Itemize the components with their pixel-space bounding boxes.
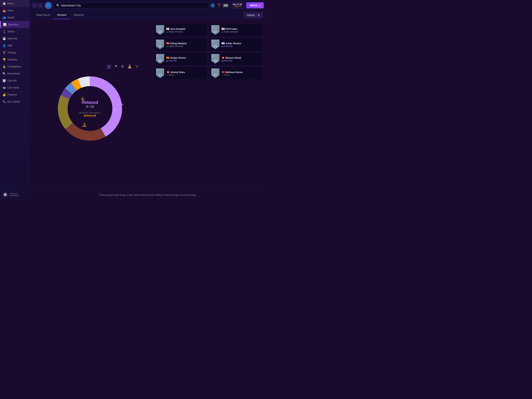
player-influence: ▬ Influential <box>222 45 260 47</box>
influence-label: Influential <box>224 60 232 62</box>
topbar-icons: 🌐 ❓ FM <box>210 3 228 8</box>
player-info: 🇳🇴Erling Haaland ▲ Highly Influential <box>166 42 205 47</box>
influence-icon: ▬ <box>166 60 168 62</box>
filter-mindset-icon[interactable]: 🧘 <box>128 64 132 68</box>
player-number-badge: 9 <box>156 39 164 49</box>
influence-icon: ▲ <box>166 31 168 33</box>
sidebar-label-dynamics: Dynamics <box>8 23 18 26</box>
sidebar-label-competitions: Competitions <box>7 65 21 68</box>
player-influence: ▲ Highly Influential <box>222 31 260 33</box>
search-bar[interactable]: 🔍 <box>54 3 209 8</box>
sidebar-label-tactics: Tactics <box>7 30 15 33</box>
filter-flag-icon[interactable]: ⚑ <box>114 64 117 68</box>
player-info: 🇧🇪Jérémy Doku — Others <box>166 71 205 76</box>
filter-settings-icon[interactable]: ⚙ <box>121 64 124 68</box>
sidebar-item-data-hub[interactable]: 💾 Data Hub <box>0 35 29 42</box>
sidebar-item-tactics[interactable]: ♟️ Tactics <box>0 28 29 35</box>
player-flag: 🇳🇴 <box>166 42 169 45</box>
sidebar-item-staff[interactable]: 👤 Staff <box>0 42 29 49</box>
player-info: 🇵🇹Matheus Nunes — Others <box>222 71 260 76</box>
sidebar-item-training[interactable]: 🏋️ Training <box>0 49 29 56</box>
inbox-button[interactable]: INBOX » <box>246 2 264 8</box>
search-icon: 🔍 <box>56 4 60 7</box>
tab-hierarchy[interactable]: Hierarchy <box>70 11 87 19</box>
icon-relaxed: 🧘 <box>82 122 87 127</box>
influence-icon: ▲ <box>222 31 223 33</box>
actions-chevron-icon: ▼ <box>258 14 260 17</box>
player-number-badge: 47 <box>211 25 219 35</box>
nav-arrows: ‹ › <box>32 3 43 8</box>
player-number-badge: 19 <box>211 39 219 49</box>
player-card[interactable]: 11 🇧🇪Jérémy Doku — Others <box>153 67 208 80</box>
influence-label: Highly Influential <box>169 45 183 47</box>
chart-panel: All ⚑ ⚙ 🧘 🕊 <box>30 19 150 190</box>
sidebar-label-recruitment: Recruitment <box>7 72 20 75</box>
sidebar-item-dev-centre[interactable]: 🔧 Dev. Centre <box>0 98 29 105</box>
squad-icon: 👥 <box>2 16 6 19</box>
player-name: 🇪🇸Sergio Gómez <box>166 56 205 59</box>
sidebar-item-club-info[interactable]: ℹ️ Club Info <box>0 77 29 84</box>
player-influence: ▲ Highly Influential <box>166 31 205 33</box>
player-influence: — Others <box>222 74 260 76</box>
player-info: 🏴󠁧󠁢󠁥󠁮󠁧󠁿Jack Grealish ▲ Highly Influentia… <box>166 27 205 33</box>
sidebar-item-recruitment[interactable]: 🔍 Recruitment <box>0 70 29 77</box>
staff-icon: 👤 <box>2 44 6 47</box>
training-icon: 🏋️ <box>2 51 6 54</box>
tab-mindsets[interactable]: Mindsets <box>54 11 70 19</box>
player-info: 🏴󠁧󠁢󠁥󠁮󠁧󠁿Phil Foden ▲ Highly Influential <box>222 27 260 33</box>
player-influence: — Others <box>166 74 205 76</box>
influence-label: Others <box>169 74 174 76</box>
tactics-icon: ♟️ <box>2 30 6 33</box>
sidebar-item-home[interactable]: 🏠 Home <box>0 0 29 7</box>
donut-count: 8 / 19 <box>79 105 101 109</box>
sidebar-label-dev-centre: Dev. Centre <box>7 100 20 103</box>
influence-icon: ▲ <box>166 45 168 47</box>
sidebar-item-dynamics[interactable]: 📊 Dynamics <box>0 21 29 28</box>
description-text: These players take things in their strid… <box>30 190 266 200</box>
player-number-badge: 11 <box>156 68 164 78</box>
player-number-badge: 10 <box>156 25 164 35</box>
influence-label: Highly Influential <box>224 31 238 33</box>
competitions-icon: 🥇 <box>2 65 6 68</box>
donut-center: Relaxed 8 / 19 MINDSET BALANCE Balanced <box>79 100 101 117</box>
topbar: ‹ › 🔵 🔍 🌐 ❓ FM Sat 21:30 2 Sep 23 INBOX … <box>30 0 266 11</box>
sidebar-item-finances[interactable]: 💰 Finances <box>0 91 29 98</box>
player-card[interactable]: 47 🏴󠁧󠁢󠁥󠁮󠁧󠁿Phil Foden ▲ Highly Influentia… <box>209 23 263 37</box>
player-influence: ▲ Highly Influential <box>166 45 205 47</box>
home-icon: 🏠 <box>2 2 6 5</box>
search-input[interactable] <box>61 4 206 7</box>
player-flag: 🇧🇪 <box>166 71 169 74</box>
sidebar-label-finances: Finances <box>7 93 17 96</box>
sidebar-label-staff: Staff <box>7 44 12 47</box>
player-card[interactable]: 25 🇨🇭Manuel Akanji ▬ Influential <box>209 52 263 65</box>
sidebar-item-squad[interactable]: 👥 Squad <box>0 14 29 21</box>
player-influence: ▬ Influential <box>222 60 260 62</box>
finances-icon: 💰 <box>2 93 6 96</box>
main-content: ‹ › 🔵 🔍 🌐 ❓ FM Sat 21:30 2 Sep 23 INBOX … <box>30 0 266 200</box>
player-card[interactable]: 27 🇵🇹Matheus Nunes — Others <box>209 67 263 80</box>
data-hub-icon: 💾 <box>2 37 6 40</box>
filter-bird-icon[interactable]: 🕊 <box>136 65 139 68</box>
player-card[interactable]: 21 🇪🇸Sergio Gómez ▬ Influential <box>153 52 208 65</box>
player-card[interactable]: 9 🇳🇴Erling Haaland ▲ Highly Influential <box>153 38 208 51</box>
nav-back-button[interactable]: ‹ <box>32 3 37 8</box>
wip-label: WORK IN PROGRESS <box>10 193 27 197</box>
sidebar-item-club-vision[interactable]: 👁️ Club Vision <box>0 84 29 91</box>
globe-icon[interactable]: 🌐 <box>210 3 215 8</box>
player-name: 🇵🇹Matheus Nunes <box>222 71 260 74</box>
nav-forward-button[interactable]: › <box>38 3 43 8</box>
tab-player-buy-in[interactable]: Player Buy-In <box>33 11 54 19</box>
actions-button[interactable]: Actions... ▼ <box>244 13 263 18</box>
tabs: Player Buy-InMindsetsHierarchy <box>33 11 87 19</box>
club-vision-icon: 👁️ <box>2 86 6 89</box>
sidebar-item-competitions[interactable]: 🥇 Competitions <box>0 63 29 70</box>
player-card[interactable]: 10 🏴󠁧󠁢󠁥󠁮󠁧󠁿Jack Grealish ▲ Highly Influen… <box>153 23 208 37</box>
help-icon[interactable]: ❓ <box>217 3 221 8</box>
filter-all[interactable]: All <box>107 64 111 68</box>
sidebar-item-schedule[interactable]: 🏆 Schedule <box>0 56 29 63</box>
player-card[interactable]: 19 🇦🇷Julián Álvarez ▬ Influential <box>209 38 263 51</box>
sidebar-label-squad: Squad <box>7 16 14 19</box>
sidebar-item-inbox[interactable]: 📥 Inbox <box>0 7 29 14</box>
donut-balance-label: MINDSET BALANCE <box>79 112 101 114</box>
player-influence: ▬ Influential <box>166 60 205 62</box>
